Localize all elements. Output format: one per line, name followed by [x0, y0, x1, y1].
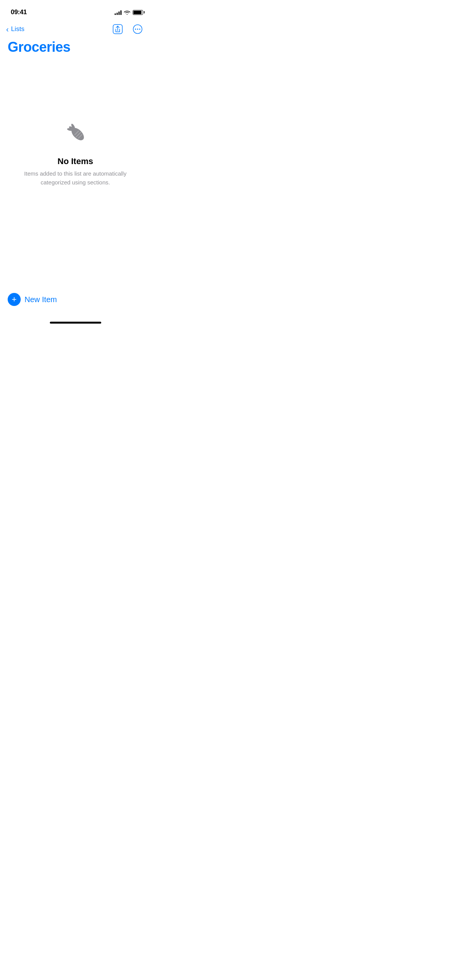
page-title: Groceries: [8, 39, 143, 55]
signal-bar-4: [120, 10, 122, 15]
wifi-icon: [124, 10, 130, 15]
signal-bars-icon: [115, 10, 122, 15]
empty-state: No Items Items added to this list are au…: [0, 94, 151, 210]
new-item-label: New Item: [25, 295, 57, 304]
empty-state-icon: [60, 117, 91, 149]
signal-bar-3: [118, 12, 120, 15]
bottom-toolbar: + New Item: [0, 291, 151, 315]
nav-actions: [111, 22, 145, 36]
empty-state-title: No Items: [58, 156, 93, 166]
svg-point-3: [135, 29, 136, 30]
more-button[interactable]: [131, 22, 145, 36]
empty-state-description: Items added to this list are automatical…: [15, 169, 135, 187]
back-label: Lists: [11, 25, 25, 33]
new-item-button[interactable]: + New Item: [8, 291, 57, 307]
svg-point-5: [139, 29, 140, 30]
plus-circle-icon: +: [8, 293, 21, 306]
share-button[interactable]: [111, 22, 125, 36]
carrot-icon: [60, 117, 91, 147]
svg-point-4: [137, 29, 138, 30]
battery-fill: [133, 11, 141, 14]
share-icon: [113, 24, 123, 34]
page-title-container: Groceries: [0, 38, 151, 63]
nav-bar: ‹ Lists: [0, 19, 151, 38]
status-time: 09:41: [11, 8, 27, 16]
plus-symbol: +: [12, 295, 17, 304]
signal-bar-1: [115, 13, 116, 15]
home-indicator: [50, 322, 101, 324]
back-chevron-icon: ‹: [6, 25, 9, 33]
status-icons: [115, 10, 143, 15]
battery-icon: [133, 10, 143, 15]
back-button[interactable]: ‹ Lists: [6, 24, 25, 35]
signal-bar-2: [117, 13, 118, 15]
more-icon: [133, 24, 143, 34]
status-bar: 09:41: [0, 0, 151, 19]
